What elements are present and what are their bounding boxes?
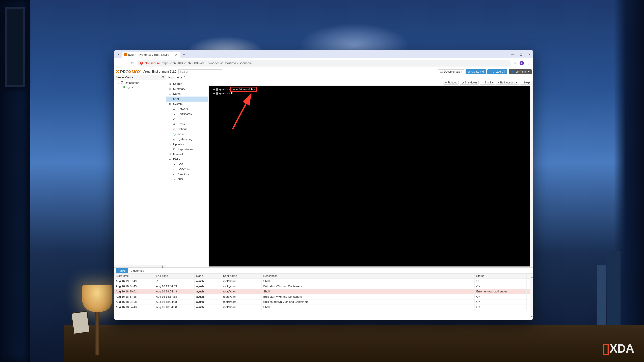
spinner-icon <box>476 280 479 282</box>
console-panel: ↻Reboot ⏻Shutdown ›_Shell▾ ≡Bulk Actions… <box>208 80 533 268</box>
address-bar[interactable]: ! Not secure https://192.168.29.32:8006/… <box>137 60 511 66</box>
table-row[interactable]: Aug 16 18:04:58Aug 16 18:04:58ayushroot@… <box>114 300 533 305</box>
browser-menu-icon[interactable]: ⋮ <box>527 61 531 65</box>
submenu-disks[interactable]: ⊟Disks▾ <box>166 157 208 162</box>
col-end-time[interactable]: End Time <box>154 274 194 279</box>
tree-item-datacenter[interactable]: ▾ 🗄 Datacenter <box>114 81 166 85</box>
submenu-system[interactable]: ⚙System▾ <box>166 102 208 107</box>
svg-line-0 <box>232 94 251 129</box>
shell-dropdown-button[interactable]: ›_Shell▾ <box>480 81 495 85</box>
cursor-icon <box>231 92 232 94</box>
book-icon: 📖 <box>440 70 443 73</box>
chevron-down-icon: ▾ <box>204 158 206 161</box>
monitor-icon: 🖥 <box>468 70 470 73</box>
proxmox-logo: ✕ PROXMOX <box>116 69 140 74</box>
table-row[interactable]: Aug 16 18:04:43Aug 16 18:04:58ayushroot@… <box>114 305 533 310</box>
log-icon: ▤ <box>173 138 176 141</box>
window-close-icon[interactable]: ✕ <box>527 53 531 56</box>
tab-close-icon[interactable]: ✕ <box>174 53 178 57</box>
proxmox-header: ✕ PROXMOX Virtual Environment 8.2.2 Sear… <box>114 68 533 75</box>
col-node[interactable]: Node <box>194 274 221 279</box>
submenu-firewall[interactable]: 🛡Firewall› <box>166 152 208 157</box>
sort-desc-icon: ↓ <box>129 275 130 277</box>
col-start-time[interactable]: Start Time↓ <box>114 274 154 279</box>
chevron-down-icon: ▾ <box>118 82 119 84</box>
bookmark-star-icon[interactable]: ☆ <box>513 61 516 65</box>
favicon-icon <box>124 53 127 56</box>
submenu-options[interactable]: ⚙Options <box>166 127 208 132</box>
terminal-console[interactable]: root@ayush:~# nano /etc/modules root@ayu… <box>209 86 532 267</box>
annotation-arrow-icon <box>231 91 258 131</box>
submenu-dns[interactable]: ◐DNS <box>166 117 208 122</box>
chevron-down-icon: ▾ <box>528 70 530 73</box>
monitor-icon: 🖥 <box>156 280 158 283</box>
submenu-repositories[interactable]: ☐Repositories <box>166 147 208 152</box>
ve-version-label: Virtual Environment 8.2.2 <box>142 70 176 73</box>
highlighted-command: nano /etc/modules <box>231 88 256 91</box>
square-icon: ■ <box>173 163 176 166</box>
layers-icon: ≡ <box>173 178 176 181</box>
tree-view-selector[interactable]: Server View ▾ ⚙ <box>114 75 166 80</box>
bulk-actions-button[interactable]: ≡Bulk Actions▾ <box>496 81 519 85</box>
disk-icon: ⊟ <box>168 158 172 161</box>
nav-forward-icon[interactable]: → <box>124 61 128 65</box>
gear-icon[interactable]: ⚙ <box>162 76 164 79</box>
submenu-updates[interactable]: ⟳Updates▾ <box>166 142 208 147</box>
col-user[interactable]: User name <box>221 274 262 279</box>
tab-search-dropdown-icon[interactable]: ▾ <box>116 52 121 56</box>
table-row[interactable]: Aug 16 19:04:43Aug 16 19:04:43ayushroot@… <box>114 284 533 289</box>
logo-x-icon: ✕ <box>116 69 120 74</box>
chevron-right-icon: › <box>205 153 206 156</box>
horizontal-scrollbar[interactable] <box>114 265 166 268</box>
new-tab-button[interactable]: + <box>182 52 186 57</box>
col-description[interactable]: Description <box>262 274 474 279</box>
network-icon: ⇆ <box>173 108 176 110</box>
submenu-certificates[interactable]: ●Certificates <box>166 112 208 117</box>
vertical-scrollbar[interactable] <box>530 81 533 267</box>
profile-avatar[interactable]: A <box>520 61 524 65</box>
folder-icon: 🗀 <box>173 173 176 176</box>
submenu-syslog[interactable]: ▤System Log <box>166 137 208 142</box>
documentation-button[interactable]: 📖Documentation <box>438 69 464 74</box>
col-status[interactable]: Status <box>474 274 526 279</box>
browser-tab-active[interactable]: ayush - Proxmox Virtual Enviro… ✕ <box>122 52 180 58</box>
log-vertical-scrollbar[interactable] <box>530 274 533 320</box>
window-maximize-icon[interactable]: ▢ <box>519 53 522 56</box>
global-search-input[interactable]: Search <box>178 69 222 74</box>
table-row[interactable]: Aug 16 18:37:58Aug 16 18:37:58ayushroot@… <box>114 294 533 300</box>
submenu-search[interactable]: 🔍Search <box>166 81 208 86</box>
submenu-lvm-thin[interactable]: □LVM-Thin <box>166 167 208 172</box>
submenu-expand-icon[interactable]: ▾ <box>166 182 208 186</box>
table-row[interactable]: Aug 16 19:07:49🖥ayushroot@pamShell <box>114 279 533 284</box>
nav-back-icon[interactable]: ← <box>117 61 121 65</box>
window-minimize-icon[interactable]: — <box>510 53 514 56</box>
submenu-network[interactable]: ⇆Network <box>166 107 208 112</box>
reboot-button[interactable]: ↻Reboot <box>443 81 458 85</box>
submenu-notes[interactable]: ▭Notes <box>166 91 208 96</box>
help-icon: ? <box>522 81 523 84</box>
shutdown-button[interactable]: ⏻Shutdown <box>460 81 479 85</box>
gear-icon: ⚙ <box>173 128 176 131</box>
submenu-hosts[interactable]: ◉Hosts <box>166 122 208 127</box>
submenu-zfs[interactable]: ≡ZFS <box>166 177 208 182</box>
clock-icon: 🕐 <box>173 133 176 136</box>
submenu-shell[interactable]: ›_Shell <box>166 96 208 102</box>
table-row[interactable]: Aug 16 18:40:01Aug 16 19:04:43ayushroot@… <box>114 289 533 294</box>
terminal-icon: ›_ <box>168 98 172 100</box>
submenu-lvm[interactable]: ■LVM <box>166 162 208 167</box>
bars-icon: ≡ <box>498 81 499 84</box>
log-tab-cluster[interactable]: Cluster log <box>128 268 146 273</box>
security-label: Not secure <box>144 61 160 65</box>
user-menu-button[interactable]: 👤root@pam▾ <box>509 69 532 74</box>
tree-item-node-ayush[interactable]: 🖥 ayush <box>114 85 166 89</box>
globe-icon: ◐ <box>173 118 176 120</box>
submenu-time[interactable]: 🕐Time <box>166 132 208 137</box>
create-ct-button[interactable]: ⬚Create CT <box>487 69 507 74</box>
submenu-directory[interactable]: 🗀Directory <box>166 172 208 177</box>
create-vm-button[interactable]: 🖥Create VM <box>466 69 486 74</box>
log-tab-tasks[interactable]: Tasks <box>116 268 128 273</box>
submenu-summary[interactable]: ▤Summary <box>166 86 208 91</box>
search-icon: 🔍 <box>168 83 172 85</box>
resource-tree-panel: Server View ▾ ⚙ ▾ 🗄 Datacenter 🖥 ayush <box>114 75 166 268</box>
nav-reload-icon[interactable]: ⟳ <box>130 61 134 65</box>
